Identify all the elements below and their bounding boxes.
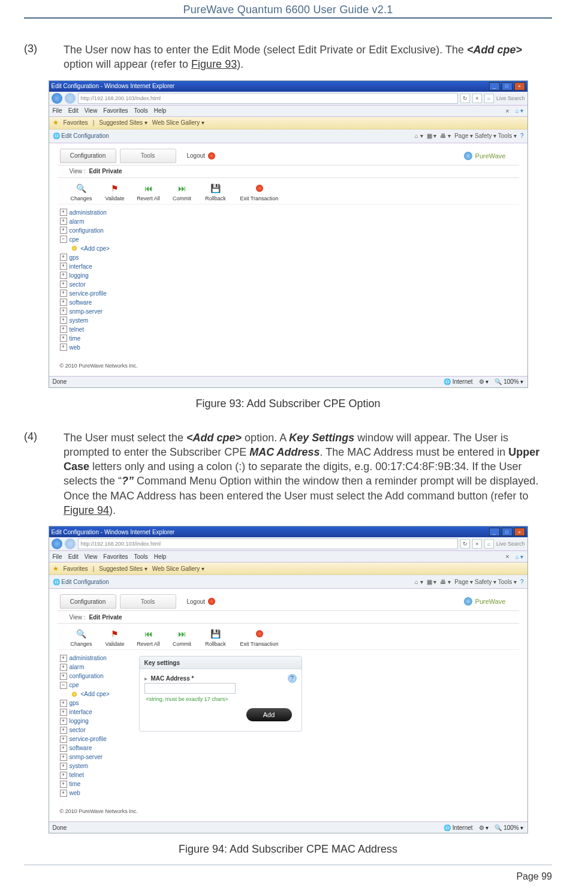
feeds-icon[interactable]: ▦ ▾	[427, 579, 437, 585]
forward-icon[interactable]	[65, 93, 76, 104]
tree-sector[interactable]: +sector	[60, 726, 132, 735]
search-provider-icon[interactable]: ⌕	[484, 94, 494, 103]
web-slice-link[interactable]: Web Slice Gallery ▾	[152, 565, 204, 572]
menu-view[interactable]: View	[85, 553, 98, 560]
tree-sector[interactable]: +sector	[60, 280, 132, 289]
print-icon[interactable]: 🖶 ▾	[440, 133, 451, 139]
home-icon[interactable]: ⌂ ▾	[515, 553, 524, 560]
feeds-icon[interactable]: ▦ ▾	[427, 133, 437, 139]
tree-telnet[interactable]: +telnet	[60, 770, 132, 779]
mac-address-input[interactable]	[144, 683, 236, 694]
logout-button[interactable]: Logout	[187, 598, 216, 605]
figure-93-link[interactable]: Figure 93	[191, 58, 237, 70]
tree-interface[interactable]: +interface	[60, 708, 132, 717]
menu-file[interactable]: File	[53, 553, 62, 560]
back-icon[interactable]	[52, 93, 62, 104]
address-input-2[interactable]: http://192.168.200.103/index.html	[78, 538, 458, 549]
favorites-label[interactable]: Favorites	[64, 565, 88, 572]
tree-gps[interactable]: +gps	[60, 699, 132, 708]
menu-help[interactable]: Help	[154, 107, 167, 114]
tree-snmp-server[interactable]: +snmp-server	[60, 307, 132, 316]
tree-service-profile[interactable]: +service-profile	[60, 289, 132, 298]
stop-icon[interactable]: ×	[472, 539, 482, 549]
tool-validate[interactable]: ⚑Validate	[98, 183, 132, 201]
menu-edit[interactable]: Edit	[68, 107, 79, 114]
tree-configuration[interactable]: +configuration	[60, 672, 132, 681]
web-slice-link[interactable]: Web Slice Gallery ▾	[152, 119, 204, 126]
close-tab-icon[interactable]: ×	[505, 553, 509, 560]
tool-exit-transaction[interactable]: Exit Transaction	[233, 183, 287, 201]
help-question-icon[interactable]: ?	[288, 674, 297, 683]
tree-cpe[interactable]: −cpe	[60, 681, 132, 690]
tool-commit[interactable]: ⏭Commit	[165, 183, 199, 201]
tree-add-cpe[interactable]: <Add cpe>	[71, 690, 132, 699]
menu-favorites[interactable]: Favorites	[103, 553, 128, 560]
home-dropdown-icon[interactable]: ⌂ ▾	[415, 133, 423, 139]
favorites-label[interactable]: Favorites	[64, 119, 88, 126]
tree-gps[interactable]: +gps	[60, 253, 132, 262]
tree-system[interactable]: +system	[60, 761, 132, 770]
tree-time[interactable]: +time	[60, 779, 132, 788]
tab-configuration[interactable]: Configuration	[60, 149, 116, 163]
tab-tools[interactable]: Tools	[120, 594, 176, 609]
tool-revert-all[interactable]: ⏮Revert All	[132, 628, 165, 647]
tree-alarm[interactable]: +alarm	[60, 663, 132, 672]
page-tools-menu[interactable]: Page ▾ Safety ▾ Tools ▾	[454, 133, 517, 139]
close-icon[interactable]: ×	[514, 528, 525, 536]
menu-favorites[interactable]: Favorites	[103, 107, 128, 114]
refresh-icon[interactable]: ↻	[460, 539, 470, 549]
figure-94-link[interactable]: Figure 94	[64, 504, 109, 516]
tree-administration[interactable]: +administration	[60, 654, 132, 663]
tab-configuration[interactable]: Configuration	[60, 594, 116, 609]
tool-changes[interactable]: 🔍Changes	[65, 183, 98, 201]
tree-web[interactable]: +web	[60, 343, 132, 352]
page-tab[interactable]: 🌐 Edit Configuration	[53, 133, 109, 139]
view-mode-value[interactable]: Edit Private	[89, 614, 122, 621]
tool-commit[interactable]: ⏭Commit	[165, 628, 199, 647]
tree-telnet[interactable]: +telnet	[60, 325, 132, 334]
tool-exit-transaction[interactable]: Exit Transaction	[233, 628, 287, 647]
tool-rollback[interactable]: 💾Rollback	[199, 183, 233, 201]
tree-web[interactable]: +web	[60, 788, 132, 797]
zoom-level[interactable]: 🔍 100% ▾	[494, 824, 523, 831]
favorites-star-icon[interactable]: ★	[53, 119, 59, 127]
stop-icon[interactable]: ×	[472, 94, 482, 103]
tree-snmp-server[interactable]: +snmp-server	[60, 752, 132, 761]
tree-logging[interactable]: +logging	[60, 717, 132, 726]
view-mode-value[interactable]: Edit Private	[89, 168, 122, 174]
back-icon[interactable]	[52, 538, 62, 549]
help-icon[interactable]: ?	[520, 579, 524, 585]
menu-edit[interactable]: Edit	[68, 553, 79, 560]
page-tools-menu[interactable]: Page ▾ Safety ▾ Tools ▾	[454, 579, 517, 585]
tree-logging[interactable]: +logging	[60, 271, 132, 280]
maximize-icon[interactable]: □	[502, 528, 512, 536]
menu-tools[interactable]: Tools	[134, 553, 147, 560]
add-button[interactable]: Add	[246, 708, 292, 721]
menu-help[interactable]: Help	[154, 553, 167, 560]
favorites-star-icon[interactable]: ★	[53, 565, 59, 573]
home-dropdown-icon[interactable]: ⌂ ▾	[415, 579, 423, 585]
tree-alarm[interactable]: +alarm	[60, 217, 132, 226]
tool-validate[interactable]: ⚑Validate	[98, 628, 132, 647]
tab-tools[interactable]: Tools	[120, 149, 176, 163]
tool-rollback[interactable]: 💾Rollback	[199, 628, 233, 647]
suggested-sites-link[interactable]: Suggested Sites ▾	[99, 565, 147, 572]
maximize-icon[interactable]: □	[502, 82, 512, 91]
zoom-level[interactable]: 🔍 100% ▾	[494, 378, 523, 385]
tool-revert-all[interactable]: ⏮Revert All	[132, 183, 165, 201]
tree-software[interactable]: +software	[60, 298, 132, 307]
menu-file[interactable]: File	[53, 107, 62, 114]
search-provider-icon[interactable]: ⌕	[484, 539, 494, 549]
tree-system[interactable]: +system	[60, 316, 132, 325]
tree-time[interactable]: +time	[60, 334, 132, 343]
logout-button[interactable]: Logout	[187, 152, 216, 159]
minimize-icon[interactable]: _	[489, 528, 500, 536]
home-icon[interactable]: ⌂ ▾	[515, 107, 524, 114]
tree-software[interactable]: +software	[60, 743, 132, 752]
refresh-icon[interactable]: ↻	[460, 94, 470, 103]
minimize-icon[interactable]: _	[489, 82, 500, 91]
suggested-sites-link[interactable]: Suggested Sites ▾	[99, 119, 147, 126]
tree-service-profile[interactable]: +service-profile	[60, 735, 132, 743]
search-box-label-2[interactable]: Live Search	[496, 541, 525, 547]
close-tab-icon[interactable]: ×	[505, 107, 509, 115]
